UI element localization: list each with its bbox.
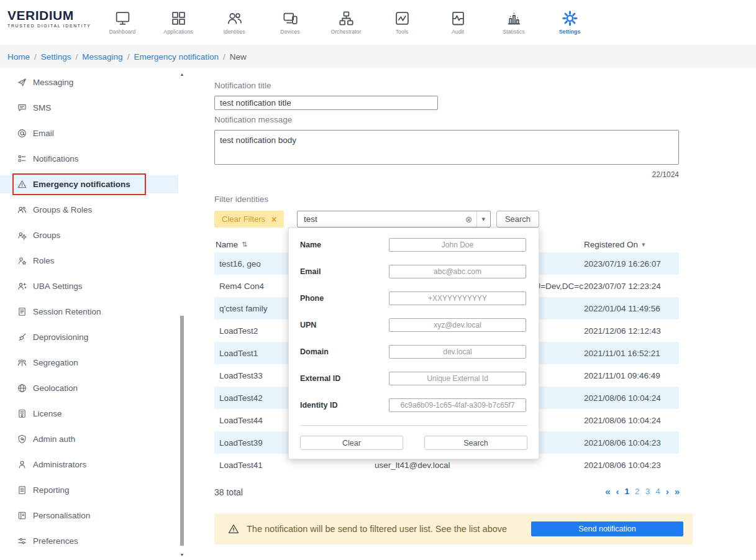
notifications-icon <box>17 154 27 163</box>
breadcrumb-home[interactable]: Home <box>7 52 30 62</box>
geolocation-icon <box>17 383 27 393</box>
popup-input-domain[interactable] <box>389 345 526 359</box>
nav-item-audit[interactable]: Audit <box>430 3 486 42</box>
sidebar-item-label: License <box>33 409 62 418</box>
cell-registered: 2021/11/01 09:46:49 <box>584 364 679 387</box>
chip-close-icon[interactable]: × <box>271 214 276 224</box>
admin-auth-icon <box>17 434 27 444</box>
license-icon <box>17 409 27 418</box>
sidebar-item-label: Emergency notifications <box>33 180 130 189</box>
sidebar-item-administrators[interactable]: Administrators <box>0 456 178 474</box>
nav-item-devices[interactable]: Devices <box>262 3 318 42</box>
nav-item-statistics[interactable]: Statistics <box>486 3 542 42</box>
breadcrumb: Home / Settings / Messaging / Emergency … <box>0 45 756 68</box>
breadcrumb-item: Emergency notification / <box>134 52 229 62</box>
sidebar-item-groups-roles[interactable]: Groups & Roles <box>0 201 178 219</box>
sort-icon[interactable]: ⇅ <box>242 241 247 249</box>
last-page-button[interactable]: » <box>675 487 680 496</box>
sidebar-item-session-retention[interactable]: Session Retention <box>0 303 178 321</box>
popup-search-button[interactable]: Search <box>424 436 527 450</box>
popup-field-row: Phone <box>300 291 527 305</box>
scrollbar-thumb[interactable] <box>180 316 184 546</box>
clear-filters-button[interactable]: Clear Filters × <box>214 211 284 227</box>
veridium-settings-page: VERIDIUM TRUSTED DIGITAL IDENTITY Dashbo… <box>0 0 756 560</box>
sidebar-item-segregation[interactable]: Segregation <box>0 354 178 372</box>
settings-sidebar: Messaging SMS Email Notifications Emerge… <box>0 68 178 560</box>
sidebar-item-admin-auth[interactable]: Admin auth <box>0 430 178 448</box>
uba-icon <box>17 282 27 291</box>
popup-input-name[interactable] <box>389 238 526 252</box>
clear-search-icon[interactable]: ⊗ <box>461 214 477 224</box>
sidebar-item-preferences[interactable]: Preferences <box>0 532 178 550</box>
popup-input-email[interactable] <box>389 265 526 278</box>
breadcrumb-separator: / <box>76 52 78 62</box>
popup-clear-button[interactable]: Clear <box>300 436 403 450</box>
sidebar-item-internationalization[interactable]: Internationalization <box>0 558 178 560</box>
breadcrumb-separator: / <box>223 52 225 62</box>
sidebar-item-roles[interactable]: Roles <box>0 252 178 270</box>
nav-item-tools[interactable]: Tools <box>374 3 430 42</box>
popup-input-identity-id[interactable] <box>389 398 526 412</box>
nav-item-label: Orchestrator <box>331 29 362 35</box>
popup-input-external-id[interactable] <box>389 372 526 385</box>
sidebar-item-sms[interactable]: SMS <box>0 99 178 117</box>
breadcrumb-item: Settings / <box>41 52 83 62</box>
breadcrumb-emergency-notification[interactable]: Emergency notification <box>134 52 219 62</box>
popup-input-upn[interactable] <box>389 318 526 332</box>
nav-item-label: Dashboard <box>109 29 135 35</box>
sidebar-item-groups[interactable]: Groups <box>0 226 178 244</box>
pagination: « ‹ 1 2 3 4 › » <box>583 487 680 496</box>
page-number[interactable]: 1 <box>625 487 630 496</box>
nav-item-orchestrator[interactable]: Orchestrator <box>318 3 374 42</box>
groups-roles-icon <box>17 205 27 214</box>
sidebar-item-label: UBA Settings <box>33 282 83 291</box>
nav-item-label: Statistics <box>503 29 524 35</box>
breadcrumb-messaging[interactable]: Messaging <box>82 52 122 62</box>
deprovisioning-icon <box>17 333 27 342</box>
sidebar-item-label: Email <box>33 129 54 138</box>
sidebar-item-personalisation[interactable]: Personalisation <box>0 507 178 525</box>
veridium-logo[interactable]: VERIDIUM TRUSTED DIGITAL IDENTITY <box>7 9 91 28</box>
page-number[interactable]: 2 <box>635 487 640 496</box>
nav-item-applications[interactable]: Applications <box>150 3 206 42</box>
breadcrumb-new[interactable]: New <box>230 52 247 62</box>
popup-field-row: External ID <box>300 372 527 385</box>
next-page-button[interactable]: › <box>666 487 669 496</box>
sidebar-item-label: Personalisation <box>33 511 90 520</box>
popup-label-upn: UPN <box>300 321 389 329</box>
sidebar-item-emergency-notifications[interactable]: Emergency notifications <box>0 175 178 193</box>
sidebar-item-label: Groups <box>33 231 60 240</box>
applications-icon <box>171 11 186 26</box>
dropdown-caret-icon[interactable]: ▾ <box>476 211 490 227</box>
sidebar-item-email[interactable]: Email <box>0 124 178 142</box>
search-button[interactable]: Search <box>496 211 539 227</box>
prev-page-button[interactable]: ‹ <box>616 487 619 496</box>
email-icon <box>17 129 27 138</box>
notification-message-textarea[interactable]: test notification body <box>214 130 679 165</box>
sidebar-item-geolocation[interactable]: Geolocation <box>0 379 178 397</box>
column-header-registered[interactable]: Registered On ▾ <box>584 236 679 252</box>
notification-title-input[interactable] <box>214 96 438 110</box>
sidebar-item-reporting[interactable]: Reporting <box>0 481 178 499</box>
sidebar-item-license[interactable]: License <box>0 405 178 423</box>
identity-search-combobox[interactable]: test ⊗ ▾ <box>297 211 491 227</box>
breadcrumb-settings[interactable]: Settings <box>41 52 71 62</box>
first-page-button[interactable]: « <box>605 487 610 496</box>
sidebar-item-deprovisioning[interactable]: Deprovisioning <box>0 328 178 346</box>
page-number[interactable]: 4 <box>655 487 660 496</box>
nav-item-identities[interactable]: Identities <box>206 3 262 42</box>
nav-item-dashboard[interactable]: Dashboard <box>94 3 150 42</box>
page-number[interactable]: 3 <box>645 487 650 496</box>
nav-item-settings[interactable]: Settings <box>542 3 598 42</box>
sidebar-item-uba-settings[interactable]: UBA Settings <box>0 277 178 295</box>
name-column-label: Name <box>216 240 238 249</box>
scroll-up-icon[interactable]: ▲ <box>179 72 185 77</box>
char-counter: 22/1024 <box>214 170 679 179</box>
popup-input-phone[interactable] <box>389 291 526 305</box>
scroll-down-icon[interactable]: ▼ <box>179 553 185 558</box>
send-notification-button[interactable]: Send notification <box>531 521 683 536</box>
sidebar-item-notifications[interactable]: Notifications <box>0 150 178 168</box>
sidebar-item-messaging[interactable]: Messaging <box>0 73 178 91</box>
sidebar-scrollbar[interactable]: ▲ ▼ <box>179 70 185 559</box>
notification-message-label: Notification message <box>214 115 292 124</box>
